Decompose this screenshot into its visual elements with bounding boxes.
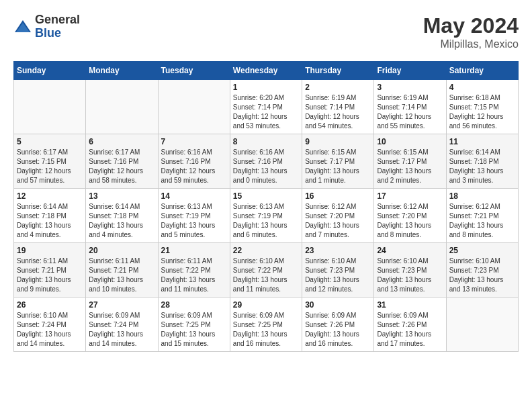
calendar-cell: 16Sunrise: 6:12 AM Sunset: 7:20 PM Dayli… xyxy=(302,189,374,243)
calendar-cell: 28Sunrise: 6:09 AM Sunset: 7:25 PM Dayli… xyxy=(158,298,230,352)
day-number: 23 xyxy=(305,246,371,255)
day-number: 12 xyxy=(17,191,83,201)
calendar-cell: 26Sunrise: 6:10 AM Sunset: 7:24 PM Dayli… xyxy=(14,298,86,352)
day-info: Sunrise: 6:16 AM Sunset: 7:16 PM Dayligh… xyxy=(233,148,299,185)
day-info: Sunrise: 6:11 AM Sunset: 7:21 PM Dayligh… xyxy=(17,257,83,294)
calendar-cell: 19Sunrise: 6:11 AM Sunset: 7:21 PM Dayli… xyxy=(14,243,86,298)
logo-text: General Blue xyxy=(35,13,80,40)
day-number: 3 xyxy=(377,83,443,92)
day-info: Sunrise: 6:09 AM Sunset: 7:25 PM Dayligh… xyxy=(233,311,299,349)
calendar-week-row: 1Sunrise: 6:20 AM Sunset: 7:14 PM Daylig… xyxy=(14,80,519,134)
calendar-cell xyxy=(158,80,230,134)
day-info: Sunrise: 6:15 AM Sunset: 7:17 PM Dayligh… xyxy=(305,148,371,185)
day-info: Sunrise: 6:10 AM Sunset: 7:22 PM Dayligh… xyxy=(233,257,299,294)
calendar-cell: 8Sunrise: 6:16 AM Sunset: 7:16 PM Daylig… xyxy=(230,134,302,189)
weekday-header-thursday: Thursday xyxy=(302,62,374,80)
day-number: 24 xyxy=(377,246,443,255)
day-info: Sunrise: 6:14 AM Sunset: 7:18 PM Dayligh… xyxy=(89,202,154,240)
day-info: Sunrise: 6:13 AM Sunset: 7:19 PM Dayligh… xyxy=(233,202,299,240)
calendar-cell: 22Sunrise: 6:10 AM Sunset: 7:22 PM Dayli… xyxy=(230,243,302,298)
day-number: 8 xyxy=(233,137,299,146)
day-info: Sunrise: 6:12 AM Sunset: 7:20 PM Dayligh… xyxy=(377,202,443,240)
calendar-table: SundayMondayTuesdayWednesdayThursdayFrid… xyxy=(13,61,519,352)
day-info: Sunrise: 6:09 AM Sunset: 7:25 PM Dayligh… xyxy=(161,311,227,349)
calendar-cell: 12Sunrise: 6:14 AM Sunset: 7:18 PM Dayli… xyxy=(14,189,86,243)
day-number: 20 xyxy=(89,246,154,255)
calendar-cell: 1Sunrise: 6:20 AM Sunset: 7:14 PM Daylig… xyxy=(230,80,302,134)
calendar-cell: 14Sunrise: 6:13 AM Sunset: 7:19 PM Dayli… xyxy=(158,189,230,243)
day-info: Sunrise: 6:16 AM Sunset: 7:16 PM Dayligh… xyxy=(161,148,227,185)
calendar-header: SundayMondayTuesdayWednesdayThursdayFrid… xyxy=(14,62,519,80)
day-number: 16 xyxy=(305,191,371,201)
day-number: 26 xyxy=(17,300,83,310)
day-number: 6 xyxy=(89,137,154,146)
weekday-header-row: SundayMondayTuesdayWednesdayThursdayFrid… xyxy=(14,62,519,80)
day-number: 5 xyxy=(17,137,83,146)
calendar-cell: 18Sunrise: 6:12 AM Sunset: 7:21 PM Dayli… xyxy=(446,189,518,243)
weekday-header-sunday: Sunday xyxy=(14,62,86,80)
day-number: 25 xyxy=(449,246,515,255)
day-number: 29 xyxy=(233,300,299,310)
day-info: Sunrise: 6:09 AM Sunset: 7:24 PM Dayligh… xyxy=(89,311,154,349)
day-info: Sunrise: 6:09 AM Sunset: 7:26 PM Dayligh… xyxy=(377,311,443,349)
calendar-cell: 10Sunrise: 6:15 AM Sunset: 7:17 PM Dayli… xyxy=(374,134,446,189)
day-number: 19 xyxy=(17,246,83,255)
day-info: Sunrise: 6:12 AM Sunset: 7:21 PM Dayligh… xyxy=(449,202,515,240)
logo-general-text: General xyxy=(35,13,80,27)
calendar-cell: 31Sunrise: 6:09 AM Sunset: 7:26 PM Dayli… xyxy=(374,298,446,352)
day-number: 7 xyxy=(161,137,227,146)
weekday-header-tuesday: Tuesday xyxy=(158,62,230,80)
calendar-cell: 20Sunrise: 6:11 AM Sunset: 7:21 PM Dayli… xyxy=(86,243,158,298)
day-number: 10 xyxy=(377,137,443,146)
weekday-header-wednesday: Wednesday xyxy=(230,62,302,80)
weekday-header-friday: Friday xyxy=(374,62,446,80)
day-info: Sunrise: 6:10 AM Sunset: 7:23 PM Dayligh… xyxy=(449,257,515,294)
day-number: 9 xyxy=(305,137,371,146)
day-info: Sunrise: 6:18 AM Sunset: 7:15 PM Dayligh… xyxy=(449,93,515,131)
calendar-cell: 2Sunrise: 6:19 AM Sunset: 7:14 PM Daylig… xyxy=(302,80,374,134)
calendar-cell: 23Sunrise: 6:10 AM Sunset: 7:23 PM Dayli… xyxy=(302,243,374,298)
calendar-cell: 6Sunrise: 6:17 AM Sunset: 7:16 PM Daylig… xyxy=(86,134,158,189)
calendar-cell xyxy=(446,298,518,352)
calendar-cell: 9Sunrise: 6:15 AM Sunset: 7:17 PM Daylig… xyxy=(302,134,374,189)
day-info: Sunrise: 6:19 AM Sunset: 7:14 PM Dayligh… xyxy=(305,93,371,131)
calendar-cell: 13Sunrise: 6:14 AM Sunset: 7:18 PM Dayli… xyxy=(86,189,158,243)
weekday-header-saturday: Saturday xyxy=(446,62,518,80)
calendar-cell: 17Sunrise: 6:12 AM Sunset: 7:20 PM Dayli… xyxy=(374,189,446,243)
calendar-week-row: 5Sunrise: 6:17 AM Sunset: 7:15 PM Daylig… xyxy=(14,134,519,189)
day-info: Sunrise: 6:11 AM Sunset: 7:21 PM Dayligh… xyxy=(89,257,154,294)
calendar-week-row: 19Sunrise: 6:11 AM Sunset: 7:21 PM Dayli… xyxy=(14,243,519,298)
calendar-cell: 5Sunrise: 6:17 AM Sunset: 7:15 PM Daylig… xyxy=(14,134,86,189)
day-info: Sunrise: 6:17 AM Sunset: 7:16 PM Dayligh… xyxy=(89,148,154,185)
day-number: 18 xyxy=(449,191,515,201)
logo-blue-text: Blue xyxy=(35,27,80,40)
day-number: 28 xyxy=(161,300,227,310)
day-number: 11 xyxy=(449,137,515,146)
weekday-header-monday: Monday xyxy=(86,62,158,80)
calendar-cell xyxy=(14,80,86,134)
calendar-cell xyxy=(86,80,158,134)
calendar-week-row: 26Sunrise: 6:10 AM Sunset: 7:24 PM Dayli… xyxy=(14,298,519,352)
day-info: Sunrise: 6:19 AM Sunset: 7:14 PM Dayligh… xyxy=(377,93,443,131)
logo-icon xyxy=(13,17,32,36)
calendar-cell: 27Sunrise: 6:09 AM Sunset: 7:24 PM Dayli… xyxy=(86,298,158,352)
day-info: Sunrise: 6:11 AM Sunset: 7:22 PM Dayligh… xyxy=(161,257,227,294)
day-number: 2 xyxy=(305,83,371,92)
calendar-cell: 21Sunrise: 6:11 AM Sunset: 7:22 PM Dayli… xyxy=(158,243,230,298)
calendar-title: May 2024 xyxy=(423,13,519,38)
day-number: 22 xyxy=(233,246,299,255)
day-info: Sunrise: 6:14 AM Sunset: 7:18 PM Dayligh… xyxy=(449,148,515,185)
day-number: 1 xyxy=(233,83,299,92)
day-info: Sunrise: 6:20 AM Sunset: 7:14 PM Dayligh… xyxy=(233,93,299,131)
day-info: Sunrise: 6:17 AM Sunset: 7:15 PM Dayligh… xyxy=(17,148,83,185)
day-number: 13 xyxy=(89,191,154,201)
day-number: 14 xyxy=(161,191,227,201)
calendar-body: 1Sunrise: 6:20 AM Sunset: 7:14 PM Daylig… xyxy=(14,80,519,352)
day-number: 27 xyxy=(89,300,154,310)
calendar-cell: 25Sunrise: 6:10 AM Sunset: 7:23 PM Dayli… xyxy=(446,243,518,298)
calendar-week-row: 12Sunrise: 6:14 AM Sunset: 7:18 PM Dayli… xyxy=(14,189,519,243)
day-info: Sunrise: 6:10 AM Sunset: 7:23 PM Dayligh… xyxy=(305,257,371,294)
day-info: Sunrise: 6:13 AM Sunset: 7:19 PM Dayligh… xyxy=(161,202,227,240)
day-number: 17 xyxy=(377,191,443,201)
page-header: General Blue May 2024 Milpillas, Mexico xyxy=(13,13,519,50)
